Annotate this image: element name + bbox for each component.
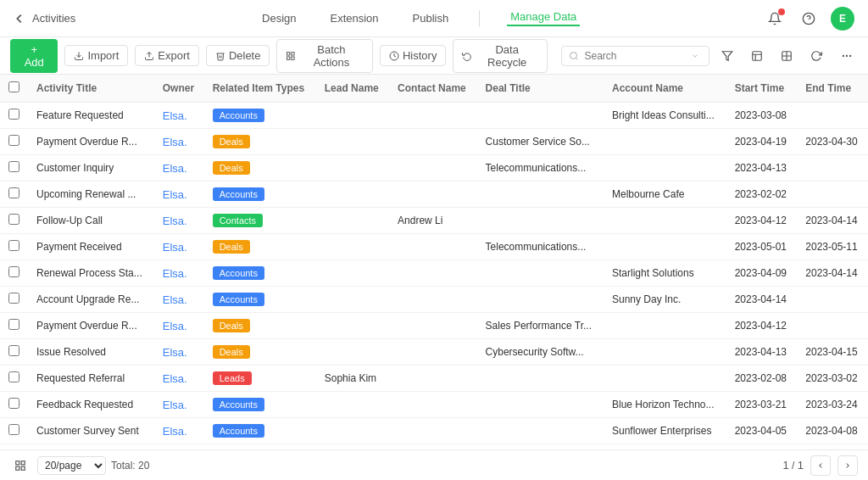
- owner[interactable]: Elsa.: [154, 418, 204, 444]
- start-time: 2023-04-12: [726, 313, 798, 339]
- related-type: Accounts: [204, 287, 316, 313]
- back-button[interactable]: Activities: [14, 12, 75, 25]
- owner[interactable]: Elsa.: [154, 181, 204, 208]
- deal-title: Cybersecurity Softw...: [477, 339, 604, 366]
- account-name: [604, 366, 726, 392]
- search-input[interactable]: [584, 50, 686, 62]
- history-button[interactable]: History: [380, 45, 446, 66]
- lead-name: Sophia Kim: [316, 366, 389, 392]
- import-button[interactable]: Import: [64, 45, 128, 66]
- svg-rect-20: [21, 466, 25, 470]
- row-checkbox[interactable]: [8, 266, 19, 277]
- table-row: Feature Requested Elsa. Accounts Bright …: [0, 103, 868, 129]
- svg-rect-12: [753, 51, 762, 60]
- deal-title: Customer Service So...: [477, 129, 604, 155]
- account-name: Melbourne Cafe: [604, 181, 726, 208]
- notification-button[interactable]: [763, 7, 787, 31]
- batch-actions-button[interactable]: Batch Actions: [276, 39, 373, 73]
- account-name: [604, 339, 726, 366]
- data-recycle-button[interactable]: Data Recycle: [453, 39, 548, 73]
- related-type: Deals: [204, 339, 316, 366]
- row-checkbox[interactable]: [8, 214, 19, 225]
- owner[interactable]: Elsa.: [154, 155, 204, 181]
- more-button[interactable]: [835, 44, 858, 68]
- deal-title: Telecommunications...: [477, 155, 604, 181]
- svg-rect-18: [21, 460, 25, 464]
- row-checkbox[interactable]: [8, 109, 19, 120]
- table-row: Feedback Requested Elsa. Accounts Blue H…: [0, 392, 868, 418]
- owner[interactable]: Elsa.: [154, 260, 204, 287]
- start-time: 2023-04-09: [726, 260, 798, 287]
- related-type: Accounts: [204, 181, 316, 208]
- nav-manage-data[interactable]: Manage Data: [507, 10, 580, 26]
- related-type: Leads: [204, 366, 316, 392]
- deal-title: [477, 260, 604, 287]
- activity-title: Upcoming Renewal ...: [28, 181, 154, 208]
- lead-name: [316, 234, 389, 260]
- end-time: [797, 181, 868, 208]
- row-checkbox[interactable]: [8, 398, 19, 409]
- svg-marker-11: [723, 51, 733, 60]
- prev-page-button[interactable]: [810, 455, 831, 476]
- owner[interactable]: Elsa.: [154, 339, 204, 366]
- related-type: Deals: [204, 313, 316, 339]
- activity-title: Feedback Requested: [28, 392, 154, 418]
- lead-name: [316, 129, 389, 155]
- lead-name: [316, 260, 389, 287]
- owner[interactable]: Elsa.: [154, 208, 204, 234]
- lead-name: [316, 103, 389, 129]
- row-checkbox[interactable]: [8, 371, 19, 382]
- next-page-button[interactable]: [837, 455, 858, 476]
- row-checkbox[interactable]: [8, 187, 19, 198]
- delete-button[interactable]: Delete: [206, 45, 270, 66]
- owner[interactable]: Elsa.: [154, 103, 204, 129]
- refresh-button[interactable]: [805, 44, 828, 68]
- data-recycle-label: Data Recycle: [476, 43, 539, 69]
- nav-extension[interactable]: Extension: [326, 12, 381, 25]
- select-all-checkbox[interactable]: [8, 81, 19, 92]
- account-name: [604, 313, 726, 339]
- app-title: Activities: [32, 12, 75, 25]
- svg-rect-17: [16, 460, 19, 464]
- svg-point-16: [849, 54, 850, 56]
- contact-name: Andrew Li: [389, 208, 476, 234]
- row-checkbox[interactable]: [8, 319, 19, 330]
- row-checkbox[interactable]: [8, 161, 19, 172]
- lead-name: [316, 208, 389, 234]
- svg-rect-5: [292, 52, 294, 54]
- row-checkbox[interactable]: [8, 345, 19, 356]
- start-time: 2023-04-19: [726, 129, 798, 155]
- nav-design[interactable]: Design: [259, 12, 299, 25]
- page-info: 1 / 1: [783, 459, 804, 472]
- end-time: 2023-04-14: [797, 260, 868, 287]
- grid-view-button[interactable]: [10, 455, 31, 476]
- owner[interactable]: Elsa.: [154, 129, 204, 155]
- nav-publish[interactable]: Publish: [409, 12, 453, 25]
- owner[interactable]: Elsa.: [154, 392, 204, 418]
- row-checkbox[interactable]: [8, 424, 19, 435]
- row-checkbox[interactable]: [8, 135, 19, 146]
- owner[interactable]: Elsa.: [154, 234, 204, 260]
- deal-title: [477, 181, 604, 208]
- search-box[interactable]: [561, 46, 709, 66]
- deal-title: [477, 287, 604, 313]
- owner[interactable]: Elsa.: [154, 313, 204, 339]
- help-button[interactable]: [797, 7, 821, 31]
- end-time: 2023-04-08: [797, 418, 868, 444]
- add-button[interactable]: + Add: [10, 39, 58, 73]
- chart-button[interactable]: [746, 44, 769, 68]
- columns-button[interactable]: [776, 44, 798, 68]
- row-checkbox[interactable]: [8, 293, 19, 304]
- col-related-item-types: Related Item Types: [204, 75, 316, 103]
- per-page-select[interactable]: 20/page 50/page 100/page: [37, 456, 106, 475]
- row-checkbox[interactable]: [8, 240, 19, 251]
- owner[interactable]: Elsa.: [154, 287, 204, 313]
- filter-button[interactable]: [716, 44, 739, 68]
- export-button[interactable]: Export: [135, 45, 199, 66]
- owner[interactable]: Elsa.: [154, 366, 204, 392]
- related-type: Accounts: [204, 418, 316, 444]
- end-time: [797, 103, 868, 129]
- svg-point-14: [842, 54, 843, 56]
- col-deal-title: Deal Title: [477, 75, 604, 103]
- user-avatar[interactable]: E: [831, 7, 854, 31]
